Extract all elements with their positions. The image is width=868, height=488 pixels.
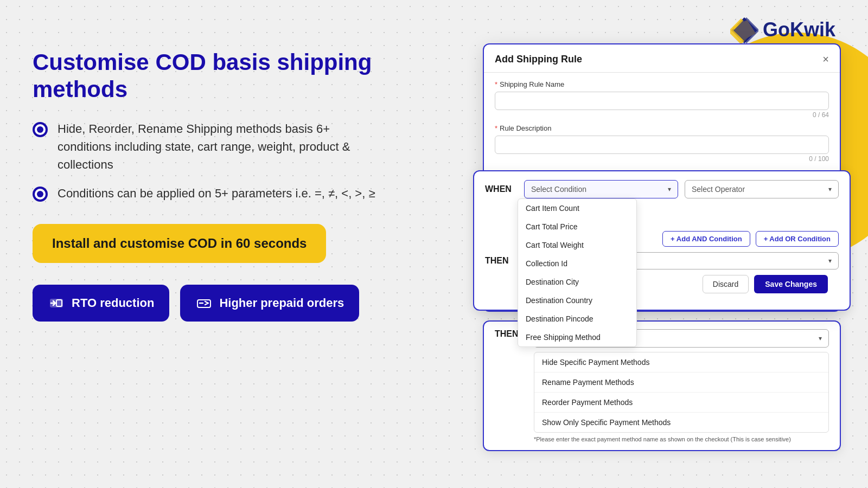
name-field-label: *Shipping Rule Name [495, 80, 829, 88]
chevron-down-icon-4: ▾ [819, 335, 822, 342]
close-button[interactable]: × [822, 53, 829, 66]
higher-prepaid-button[interactable]: Higher prepaid orders [180, 285, 359, 322]
dialog-title: Add Shipping Rule [495, 54, 582, 65]
logo-area: GoKwik [730, 16, 835, 43]
rto-label: RTO reduction [72, 296, 154, 310]
when-row: WHEN Select Condition ▾ Select Operator … [485, 180, 839, 198]
bullet-text-2: Conditions can be applied on 5+ paramete… [58, 184, 375, 202]
bullet-item-2: Conditions can be applied on 5+ paramete… [33, 184, 380, 202]
dropdown-item-destination-country[interactable]: Destination Country [518, 291, 636, 310]
action-buttons: RTO reduction Higher prepaid orders [33, 285, 380, 322]
bullet-list: Hide, Reorder, Rename Shipping methods b… [33, 120, 380, 202]
then-item-reorder[interactable]: Reorder Payment Methods [534, 393, 828, 413]
dropdown-item-cart-item-count[interactable]: Cart Item Count [518, 199, 636, 217]
bullet-dot-2 [33, 187, 48, 202]
dropdown-item-collection-id[interactable]: Collection Id [518, 254, 636, 273]
dropdown-item-cart-total-weight[interactable]: Cart Total Weight [518, 236, 636, 254]
chevron-down-icon: ▾ [668, 185, 671, 193]
bullet-dot-1 [33, 122, 48, 137]
logo-icon [730, 16, 757, 43]
rto-reduction-button[interactable]: RTO reduction [33, 285, 169, 322]
bullet-item-1: Hide, Reorder, Rename Shipping methods b… [33, 120, 380, 174]
right-panels: Add Shipping Rule × *Shipping Rule Name … [483, 43, 841, 451]
desc-field-label: *Rule Description [495, 124, 829, 132]
rule-description-input[interactable] [495, 136, 829, 154]
when-label: WHEN [485, 184, 518, 194]
dropdown-item-free-shipping[interactable]: Free Shipping Method [518, 328, 636, 346]
select-condition-dropdown[interactable]: Select Condition ▾ [524, 180, 678, 198]
dialog-body: *Shipping Rule Name 0 / 64 *Rule Descrip… [484, 73, 840, 170]
discard-button[interactable]: Discard [703, 275, 749, 293]
chevron-down-icon-2: ▾ [828, 185, 832, 193]
rto-icon [48, 294, 65, 312]
bullet-text-1: Hide, Reorder, Rename Shipping methods b… [58, 120, 380, 174]
page-title: Customise COD basis shipping methods [33, 49, 380, 104]
prepaid-icon [195, 294, 213, 312]
desc-char-count: 0 / 100 [495, 155, 829, 163]
then-dropdown-menu: Hide Specific Payment Methods Rename Pay… [534, 352, 829, 433]
main-dialog: Add Shipping Rule × *Shipping Rule Name … [483, 43, 841, 312]
condition-dropdown-menu: Cart Item Count Cart Total Price Cart To… [518, 198, 637, 347]
dropdown-item-destination-pincode[interactable]: Destination Pincode [518, 310, 636, 328]
save-changes-button[interactable]: Save Changes [754, 275, 828, 293]
add-and-condition-button[interactable]: + Add AND Condition [662, 231, 750, 247]
then-label-inner: THEN [485, 256, 518, 266]
condition-section: WHEN Select Condition ▾ Select Operator … [468, 170, 856, 311]
select-operator-text: Select Operator [692, 185, 745, 194]
then-item-show-only[interactable]: Show Only Specific Payment Methods [534, 413, 828, 432]
add-or-condition-button[interactable]: + Add OR Condition [756, 231, 839, 247]
prepaid-label: Higher prepaid orders [219, 296, 344, 310]
dropdown-item-destination-city[interactable]: Destination City [518, 273, 636, 291]
dialog-header: Add Shipping Rule × [484, 44, 840, 73]
dropdown-item-cart-total-price[interactable]: Cart Total Price [518, 217, 636, 236]
then-item-hide[interactable]: Hide Specific Payment Methods [534, 352, 828, 373]
then-item-rename[interactable]: Rename Payment Methods [534, 373, 828, 393]
select-operator-dropdown[interactable]: Select Operator ▾ [685, 180, 839, 198]
left-content: Customise COD basis shipping methods Hid… [33, 49, 380, 322]
name-char-count: 0 / 64 [495, 111, 829, 119]
shipping-rule-name-input[interactable] [495, 92, 829, 110]
select-condition-text: Select Condition [531, 185, 586, 194]
logo-text: GoKwik [763, 18, 835, 41]
install-button[interactable]: Install and customise COD in 60 seconds [33, 224, 326, 263]
chevron-down-icon-3: ▾ [828, 257, 832, 265]
then-note: *Please enter the exact payment method n… [534, 436, 829, 442]
